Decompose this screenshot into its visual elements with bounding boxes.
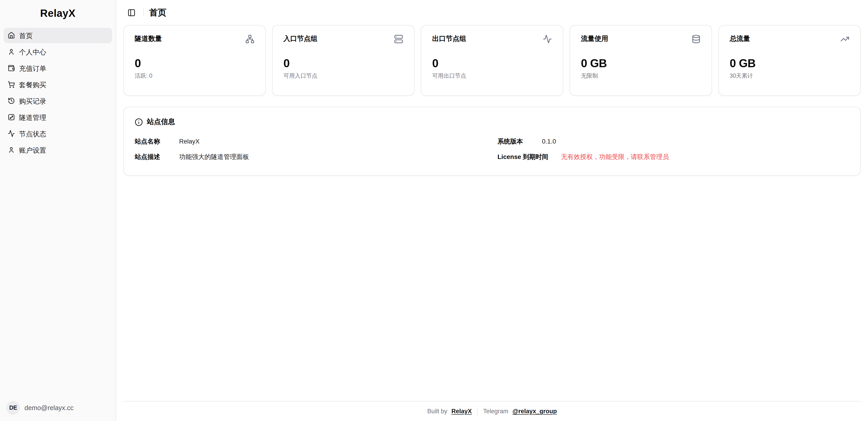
footer-separator <box>477 408 478 415</box>
user-email: demo@relayx.cc <box>25 404 73 412</box>
sidebar-nav: 首页 个人中心 充值订单 套餐购买 <box>4 28 112 159</box>
sidebar-item-label: 账户设置 <box>19 146 46 153</box>
sidebar-item-label: 节点状态 <box>19 130 46 137</box>
sidebar-item-recharge-orders[interactable]: 充值订单 <box>4 60 112 76</box>
user-icon <box>8 48 15 55</box>
stat-card-tunnels: 隧道数量 0 活跃: 0 <box>123 25 266 96</box>
sidebar-item-label: 个人中心 <box>19 48 46 55</box>
page-title: 首页 <box>149 7 166 19</box>
topbar: 首页 <box>123 0 861 25</box>
sidebar-item-purchase-plan[interactable]: 套餐购买 <box>4 77 112 92</box>
stat-card-value: 0 <box>135 57 254 70</box>
header-separator <box>143 9 144 16</box>
stat-card-title: 流量使用 <box>581 34 608 43</box>
stat-card-entry-node-groups: 入口节点组 0 可用入口节点 <box>272 25 414 96</box>
system-version-row: 系统版本 0.1.0 <box>497 138 849 146</box>
stat-card-value: 0 GB <box>730 57 849 70</box>
sidebar-item-label: 充值订单 <box>19 64 46 72</box>
license-expiry-value: 无有效授权，功能受限，请联系管理员 <box>561 153 669 161</box>
site-name-label: 站点名称 <box>135 138 179 146</box>
telegram-label: Telegram <box>483 408 508 415</box>
site-name-value: RelayX <box>179 138 199 145</box>
sidebar-item-profile[interactable]: 个人中心 <box>4 44 112 59</box>
home-icon <box>8 32 15 39</box>
sidebar-item-node-status[interactable]: 节点状态 <box>4 126 112 141</box>
main-content: 首页 隧道数量 0 活跃: 0 入口节点组 <box>116 0 868 421</box>
built-by-link[interactable]: RelayX <box>452 408 472 415</box>
info-icon <box>135 118 143 126</box>
stat-card-subtitle: 30天累计 <box>730 72 849 80</box>
sidebar: RelayX 首页 个人中心 充值订单 <box>0 0 116 421</box>
panel-left-icon <box>127 8 135 17</box>
database-icon <box>691 34 701 44</box>
stat-card-title: 入口节点组 <box>283 34 317 43</box>
avatar: DE <box>6 401 20 415</box>
sidebar-item-label: 隧道管理 <box>19 114 46 121</box>
sidebar-item-label: 购买记录 <box>19 97 46 105</box>
site-info-card: 站点信息 站点名称 RelayX 系统版本 0.1.0 站点描述 功能强大的隧道… <box>123 107 861 176</box>
activity-icon <box>543 34 552 44</box>
tunnel-route-icon <box>8 114 15 121</box>
stat-card-subtitle: 活跃: 0 <box>135 72 254 80</box>
site-description-value: 功能强大的隧道管理面板 <box>179 153 249 161</box>
history-icon <box>8 97 15 105</box>
stat-card-traffic-used: 流量使用 0 GB 无限制 <box>569 25 712 96</box>
stat-card-title: 出口节点组 <box>432 34 466 43</box>
license-expiry-row: License 到期时间 无有效授权，功能受限，请联系管理员 <box>497 153 849 161</box>
network-icon <box>245 34 254 44</box>
stat-card-total-traffic: 总流量 0 GB 30天累计 <box>718 25 861 96</box>
stat-cards-row: 隧道数量 0 活跃: 0 入口节点组 0 可用入口节点 <box>123 25 861 96</box>
shopping-cart-icon <box>8 81 15 88</box>
site-description-label: 站点描述 <box>135 153 179 161</box>
site-info-title: 站点信息 <box>147 117 175 127</box>
sidebar-item-label: 首页 <box>19 32 33 39</box>
sidebar-item-account-settings[interactable]: 账户设置 <box>4 142 112 158</box>
telegram-link[interactable]: @relayx_group <box>513 408 557 415</box>
site-description-row: 站点描述 功能强大的隧道管理面板 <box>135 153 487 161</box>
stat-card-subtitle: 可用入口节点 <box>283 72 403 80</box>
stat-card-title: 隧道数量 <box>135 34 162 43</box>
activity-icon <box>8 130 15 137</box>
app-window: RelayX 首页 个人中心 充值订单 <box>0 0 868 421</box>
app-logo: RelayX <box>4 7 112 20</box>
content-spacer <box>123 176 861 401</box>
sidebar-item-tunnel-management[interactable]: 隧道管理 <box>4 109 112 125</box>
user-icon <box>8 146 15 153</box>
server-icon <box>394 34 403 44</box>
sidebar-item-label: 套餐购买 <box>19 81 46 88</box>
site-name-row: 站点名称 RelayX <box>135 138 487 146</box>
wallet-icon <box>8 64 15 72</box>
footer: Built by RelayX Telegram @relayx_group <box>123 401 861 421</box>
sidebar-user[interactable]: DE demo@relayx.cc <box>4 397 112 417</box>
trending-up-icon <box>840 34 849 44</box>
stat-card-value: 0 <box>432 57 552 70</box>
stat-card-value: 0 <box>283 57 403 70</box>
sidebar-item-purchase-history[interactable]: 购买记录 <box>4 93 112 109</box>
license-expiry-label: License 到期时间 <box>497 153 561 161</box>
sidebar-item-home[interactable]: 首页 <box>4 28 112 43</box>
built-by-label: Built by <box>427 408 447 415</box>
stat-card-subtitle: 可用出口节点 <box>432 72 552 80</box>
stat-card-value: 0 GB <box>581 57 701 70</box>
sidebar-toggle-button[interactable] <box>125 6 138 19</box>
stat-card-subtitle: 无限制 <box>581 72 701 80</box>
system-version-value: 0.1.0 <box>542 138 556 145</box>
stat-card-title: 总流量 <box>730 34 750 43</box>
stat-card-exit-node-groups: 出口节点组 0 可用出口节点 <box>421 25 563 96</box>
site-info-grid: 站点名称 RelayX 系统版本 0.1.0 站点描述 功能强大的隧道管理面板 … <box>135 138 849 161</box>
system-version-label: 系统版本 <box>497 138 542 146</box>
